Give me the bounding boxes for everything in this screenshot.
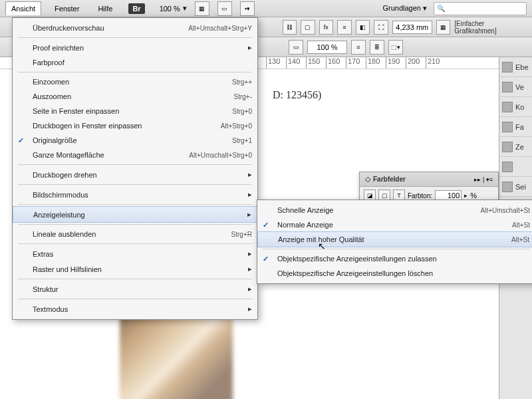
view-options-icon[interactable]: ▪▾ xyxy=(240,1,255,16)
align-icon[interactable]: ≡ xyxy=(351,40,366,55)
menu-item[interactable]: Struktur▸ xyxy=(13,281,257,297)
submenu-item[interactable]: ✓Objektspezifische Anzeigeeinstellungen … xyxy=(257,251,532,266)
zoom-level[interactable]: 100 % ▾ xyxy=(160,4,187,13)
tint-unit: % xyxy=(470,192,477,200)
menu-item[interactable]: AuszoomenStrg+- xyxy=(13,89,257,104)
placed-image[interactable] xyxy=(120,310,233,399)
menu-item[interactable]: Druckbogen drehen▸ xyxy=(13,167,257,182)
menu-item[interactable]: ÜberdruckenvorschauAlt+Umschalt+Strg+Y xyxy=(13,21,257,35)
link-icon[interactable]: ⛓ xyxy=(283,20,297,35)
menu-item[interactable]: Extras▸ xyxy=(13,246,257,261)
constraint-icon[interactable]: ⬚▾ xyxy=(388,40,403,55)
frame-label: [Einfacher Grafikrahmen] xyxy=(454,20,527,35)
menu-item[interactable]: EinzoomenStrg++ xyxy=(13,74,257,89)
tint-label: Farbton: xyxy=(408,192,432,200)
submenu-item[interactable]: Schnelle AnzeigeAlt+Umschalt+St xyxy=(257,203,532,217)
menu-item[interactable]: Ganze MontageflächeAlt+Umschalt+Strg+0 xyxy=(13,148,257,162)
crop-icon[interactable]: ⛶ xyxy=(374,20,388,35)
panel-ve[interactable]: Ve xyxy=(499,77,532,97)
panel-ko[interactable]: Ko xyxy=(499,97,532,117)
display-performance-submenu: Schnelle AnzeigeAlt+Umschalt+St✓Normale … xyxy=(257,200,532,284)
frame-fitting-icon[interactable]: ▦ xyxy=(436,20,451,35)
submenu-item[interactable]: ✓Normale AnzeigeAlt+St xyxy=(257,217,532,232)
panel-ebenen[interactable]: Ebe xyxy=(499,57,532,77)
document-text: D: 123456) xyxy=(273,89,519,101)
panel-farbe[interactable]: Fa xyxy=(499,117,532,137)
menu-fenster[interactable]: Fenster xyxy=(49,2,84,15)
cursor-icon: ↖ xyxy=(318,241,326,251)
menu-item[interactable]: Textmodus▸ xyxy=(13,301,257,317)
measurement-input[interactable] xyxy=(392,21,432,34)
fx-icon[interactable]: fx xyxy=(319,20,334,35)
menu-item[interactable]: Druckbogen in Fenster einpassenAlt+Strg+… xyxy=(13,118,257,133)
wrap-icon[interactable]: ≡ xyxy=(337,20,352,35)
search-input[interactable] xyxy=(434,2,527,15)
screen-mode-icon[interactable]: ▦ xyxy=(195,1,209,16)
menu-item[interactable]: Farbproof xyxy=(13,55,257,70)
submenu-item[interactable]: Anzeige mit hoher QualitätAlt+St xyxy=(257,231,532,247)
page-zoom-input[interactable] xyxy=(307,41,347,54)
container-icon[interactable]: ▢ xyxy=(301,20,315,35)
menu-item[interactable]: Seite in Fenster einpassenStrg+0 xyxy=(13,104,257,118)
menu-item[interactable]: Bildschirmmodus▸ xyxy=(13,187,257,202)
panel-ze[interactable]: Ze xyxy=(499,137,532,157)
menu-ansicht[interactable]: Ansicht xyxy=(5,1,41,15)
corner-icon[interactable]: ◧ xyxy=(356,20,370,35)
menubar: Ansicht Fenster Hilfe Br 100 % ▾ ▦ ▭ ▪▾ … xyxy=(0,0,532,17)
panel-seiten[interactable]: Sei xyxy=(499,177,532,197)
page-tool-icon[interactable]: ▭ xyxy=(289,40,303,55)
panel-blank[interactable] xyxy=(499,157,532,177)
menu-item[interactable]: Raster und Hilfslinien▸ xyxy=(13,261,257,277)
arrange-icon[interactable]: ▭ xyxy=(217,1,232,16)
swatches-header[interactable]: ◇Farbfelder ▸▸ | ▾≡ xyxy=(360,172,498,187)
menu-hilfe[interactable]: Hilfe xyxy=(92,2,118,15)
workspace-switcher[interactable]: Grundlagen ▾ xyxy=(382,4,427,13)
align2-icon[interactable]: ≣ xyxy=(370,40,384,55)
submenu-item[interactable]: Objektspezifische Anzeigeeinstellungen l… xyxy=(257,266,532,281)
menu-item[interactable]: Anzeigeleistung▸ xyxy=(13,206,257,223)
view-menu-dropdown: ÜberdruckenvorschauAlt+Umschalt+Strg+YPr… xyxy=(12,17,258,320)
bridge-badge[interactable]: Br xyxy=(128,3,144,14)
menu-item[interactable]: Lineale ausblendenStrg+R xyxy=(13,227,257,241)
menu-item[interactable]: Proof einrichten▸ xyxy=(13,40,257,55)
menu-item[interactable]: ✓OriginalgrößeStrg+1 xyxy=(13,133,257,148)
